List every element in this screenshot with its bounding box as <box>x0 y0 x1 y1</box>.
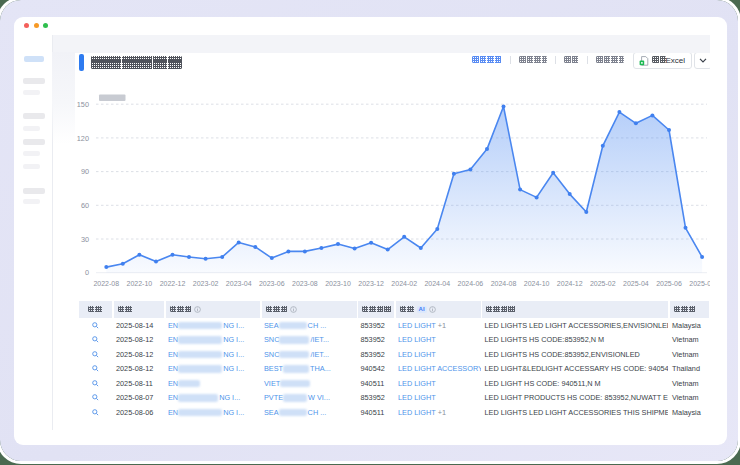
svg-text:2023-12: 2023-12 <box>358 280 384 287</box>
svg-text:2024-02: 2024-02 <box>391 280 417 287</box>
svg-text:2023-08: 2023-08 <box>292 280 318 287</box>
svg-text:2022-08: 2022-08 <box>93 280 119 287</box>
svg-text:2023-02: 2023-02 <box>193 280 219 287</box>
svg-text:2024-08: 2024-08 <box>491 280 517 287</box>
svg-text:0: 0 <box>85 268 89 277</box>
svg-text:2023-04: 2023-04 <box>226 280 252 287</box>
svg-text:2024-04: 2024-04 <box>424 280 450 287</box>
svg-text:2025-06: 2025-06 <box>656 280 682 287</box>
svg-text:150: 150 <box>77 99 89 108</box>
svg-text:2023-10: 2023-10 <box>325 280 351 287</box>
svg-text:2025-04: 2025-04 <box>623 280 649 287</box>
svg-text:2022-10: 2022-10 <box>127 280 153 287</box>
svg-text:2024-10: 2024-10 <box>524 280 550 287</box>
svg-text:2024-06: 2024-06 <box>458 280 484 287</box>
svg-text:2025-02: 2025-02 <box>590 280 616 287</box>
svg-text:60: 60 <box>81 200 89 209</box>
svg-text:2025-08: 2025-08 <box>689 280 710 287</box>
svg-text:90: 90 <box>81 167 89 176</box>
svg-text:2024-12: 2024-12 <box>557 280 583 287</box>
svg-text:120: 120 <box>77 133 89 142</box>
svg-text:2023-06: 2023-06 <box>259 280 285 287</box>
svg-text:30: 30 <box>81 234 89 243</box>
svg-text:2022-12: 2022-12 <box>160 280 186 287</box>
